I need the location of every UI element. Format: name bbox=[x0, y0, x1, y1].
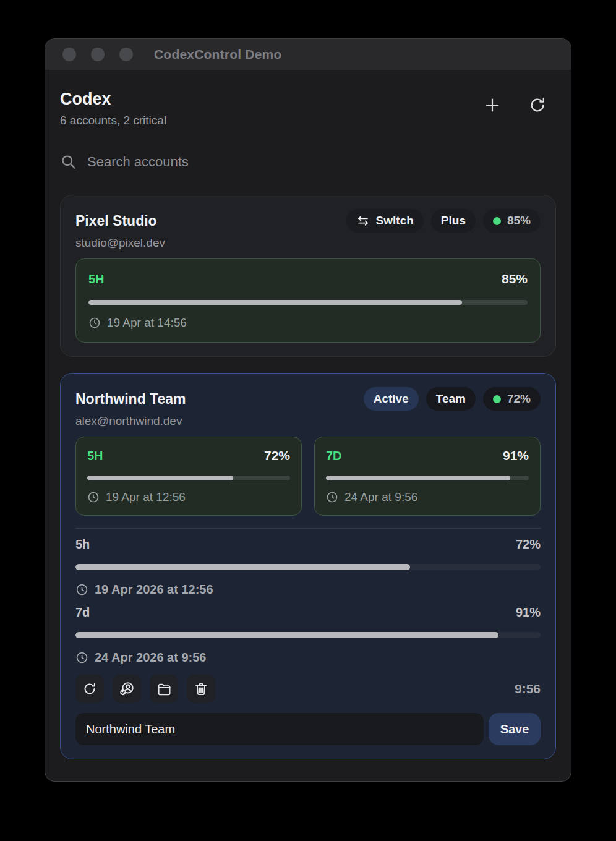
usage-badge: 72% bbox=[483, 387, 541, 411]
add-account-button[interactable] bbox=[483, 96, 502, 114]
refresh-account-button[interactable] bbox=[75, 675, 104, 703]
usage-window-label: 5H bbox=[87, 449, 103, 463]
account-email: studio@pixel.dev bbox=[75, 236, 541, 250]
usage-window-value: 85% bbox=[502, 271, 528, 286]
status-dot-icon bbox=[493, 395, 501, 403]
rename-row: Save bbox=[75, 713, 541, 745]
clock-icon bbox=[75, 583, 88, 596]
usage-window-panel-5h: 5H 72% 19 Apr at 12:56 bbox=[75, 437, 302, 516]
zoom-window-button[interactable] bbox=[119, 48, 133, 61]
status-dot-icon bbox=[493, 217, 501, 225]
accounts-summary: 6 accounts, 2 critical bbox=[60, 114, 166, 127]
usage-badge: 85% bbox=[483, 209, 541, 233]
usage-progress-fill bbox=[87, 476, 233, 480]
window-titlebar: CodexControl Demo bbox=[45, 39, 571, 70]
clock-icon bbox=[87, 491, 100, 503]
open-folder-button[interactable] bbox=[150, 675, 178, 703]
verify-user-button[interactable] bbox=[113, 675, 141, 703]
save-button[interactable]: Save bbox=[489, 713, 541, 745]
account-name: Northwind Team bbox=[75, 391, 186, 408]
detail-reset-timestamp: 19 Apr 2026 at 12:56 bbox=[95, 583, 213, 597]
switch-label: Switch bbox=[376, 214, 414, 228]
usage-progress-fill bbox=[88, 300, 462, 305]
desktop-background: CodexControl Demo Codex 6 accounts, 2 cr… bbox=[0, 0, 616, 841]
detail-window-label: 7d bbox=[75, 605, 90, 620]
folder-icon bbox=[156, 681, 172, 697]
search-input[interactable] bbox=[87, 154, 556, 170]
usage-window-label: 7D bbox=[326, 449, 342, 463]
detail-progress-fill bbox=[75, 564, 410, 570]
account-actions-row: 9:56 bbox=[75, 675, 541, 703]
section-divider bbox=[75, 528, 541, 529]
detail-progress-bar bbox=[75, 632, 541, 638]
plan-badge: Plus bbox=[431, 209, 476, 233]
main-content: Codex 6 accounts, 2 critical bbox=[45, 90, 571, 759]
usage-progress-bar bbox=[326, 476, 529, 480]
plus-icon bbox=[483, 96, 502, 114]
clock-icon bbox=[75, 651, 88, 664]
minimize-window-button[interactable] bbox=[91, 48, 105, 61]
detail-window-label: 5h bbox=[75, 537, 90, 552]
account-card-pixel-studio[interactable]: Pixel Studio Switch Plus 85% bbox=[60, 195, 556, 357]
account-name: Pixel Studio bbox=[75, 213, 157, 229]
detail-window-value: 91% bbox=[516, 605, 541, 620]
clock-icon bbox=[326, 491, 338, 503]
usage-window-panel: 5H 85% 19 Apr at 14:56 bbox=[75, 258, 541, 343]
usage-progress-bar bbox=[87, 476, 290, 480]
usage-window-panel-7d: 7D 91% 24 Apr at 9:56 bbox=[314, 437, 541, 516]
usage-progress-fill bbox=[326, 476, 510, 480]
delete-account-button[interactable] bbox=[187, 675, 215, 703]
detail-reset-timestamp: 24 Apr 2026 at 9:56 bbox=[95, 651, 206, 665]
close-window-button[interactable] bbox=[62, 48, 76, 61]
refresh-button[interactable] bbox=[529, 96, 546, 114]
usage-progress-bar bbox=[88, 300, 528, 305]
page-title: Codex bbox=[60, 90, 166, 109]
refresh-icon bbox=[529, 96, 546, 114]
account-card-northwind-team[interactable]: Northwind Team Active Team 72% bbox=[60, 373, 556, 759]
usage-reset-timestamp: 19 Apr at 12:56 bbox=[106, 490, 186, 504]
usage-reset-timestamp: 24 Apr at 9:56 bbox=[344, 490, 417, 504]
detail-progress-fill bbox=[75, 632, 498, 638]
last-sync-time: 9:56 bbox=[515, 681, 541, 696]
plan-badge: Team bbox=[426, 387, 476, 411]
switch-account-button[interactable]: Switch bbox=[346, 209, 424, 233]
usage-reset-timestamp: 19 Apr at 14:56 bbox=[107, 316, 187, 330]
detail-window-value: 72% bbox=[516, 537, 541, 552]
user-check-icon bbox=[119, 681, 135, 697]
usage-window-value: 91% bbox=[503, 448, 529, 463]
active-status-badge: Active bbox=[364, 387, 419, 411]
account-name-input[interactable] bbox=[75, 713, 484, 745]
refresh-icon bbox=[82, 681, 97, 696]
window-controls bbox=[62, 48, 133, 61]
app-window: CodexControl Demo Codex 6 accounts, 2 cr… bbox=[45, 38, 571, 782]
clock-icon bbox=[88, 317, 101, 329]
usage-window-value: 72% bbox=[264, 448, 290, 463]
app-header: Codex 6 accounts, 2 critical bbox=[60, 90, 556, 127]
trash-icon bbox=[194, 681, 208, 696]
switch-arrows-icon bbox=[356, 214, 370, 228]
search-bar[interactable] bbox=[60, 153, 556, 170]
window-title: CodexControl Demo bbox=[154, 47, 281, 62]
detail-progress-bar bbox=[75, 564, 541, 570]
search-icon bbox=[60, 153, 77, 170]
account-email: alex@northwind.dev bbox=[75, 414, 541, 428]
usage-window-label: 5H bbox=[88, 272, 105, 286]
